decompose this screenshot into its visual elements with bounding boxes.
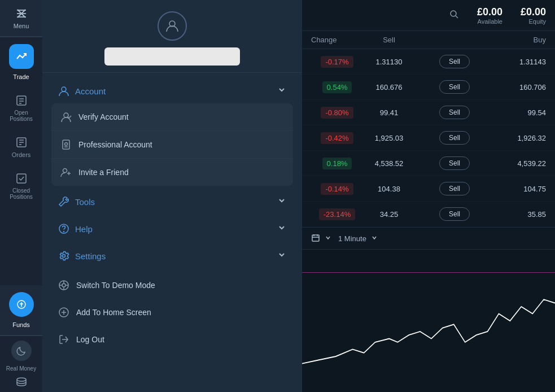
help-section-header[interactable]: Help	[51, 217, 293, 240]
invite-friend-label: Invite a Friend	[78, 168, 129, 177]
settings-chevron-icon	[277, 250, 286, 262]
help-section: Help	[51, 217, 293, 240]
buy-price: 1.31143	[494, 58, 546, 66]
sidebar-item-funds[interactable]: Funds	[0, 285, 42, 336]
sell-button[interactable]: Sell	[439, 106, 470, 119]
sell-btn-cell: Sell	[415, 55, 494, 68]
change-cell: -0.17%	[311, 58, 363, 66]
stack-icon[interactable]	[12, 374, 30, 392]
sidebar-item-open-positions[interactable]: Open Positions	[0, 87, 42, 129]
sell-button[interactable]: Sell	[439, 182, 470, 195]
sidebar-open-positions-label: Open Positions	[2, 110, 40, 122]
professional-account-item[interactable]: Professional Account	[51, 131, 293, 159]
username-bar	[104, 47, 240, 66]
tools-label: Tools	[75, 197, 95, 207]
add-home-label: Add To Home Screen	[76, 308, 151, 317]
available-label: Available	[478, 18, 502, 25]
sidebar: Menu Trade Open Positions	[0, 0, 42, 392]
sell-button[interactable]: Sell	[439, 156, 470, 170]
help-label: Help	[75, 224, 93, 234]
svg-point-15	[17, 378, 26, 381]
verify-account-item[interactable]: Verify Account	[51, 103, 293, 131]
sell-price: 4,538.52	[363, 159, 415, 168]
buy-price: 160.706	[494, 83, 546, 92]
log-out-item[interactable]: Log Out	[51, 326, 293, 353]
sell-price: 160.676	[363, 83, 415, 92]
svg-line-35	[456, 16, 458, 18]
search-button[interactable]	[449, 9, 459, 21]
sell-btn-cell: Sell	[415, 207, 494, 221]
sell-btn-cell: Sell	[415, 80, 494, 94]
verify-account-label: Verify Account	[78, 112, 129, 121]
sidebar-trade-label: Trade	[13, 73, 29, 80]
table-row: -0.80% 99.41 Sell 99.54	[302, 100, 555, 125]
main-header: £0.00 Available £0.00 Equity	[302, 0, 555, 31]
timeframe-chevron[interactable]	[371, 234, 378, 243]
change-cell: -0.80%	[311, 108, 363, 117]
sidebar-item-orders[interactable]: Orders	[0, 129, 42, 165]
sell-price: 99.41	[363, 108, 415, 117]
col-sell: Sell	[363, 36, 415, 44]
svg-point-22	[63, 169, 67, 173]
svg-rect-19	[63, 140, 69, 149]
account-section-header[interactable]: Account	[51, 80, 293, 102]
settings-label: Settings	[75, 251, 106, 261]
sell-price: 104.38	[363, 185, 415, 193]
sell-button[interactable]: Sell	[439, 207, 470, 221]
table-row: 0.54% 160.676 Sell 160.706	[302, 75, 555, 100]
svg-point-18	[64, 113, 68, 117]
log-out-label: Log Out	[76, 335, 104, 344]
dark-mode-toggle[interactable]	[11, 341, 32, 361]
settings-section-header[interactable]: Settings	[51, 245, 293, 267]
table-row: -0.17% 1.31130 Sell 1.31143	[302, 49, 555, 75]
sell-button[interactable]: Sell	[439, 80, 470, 94]
avatar	[158, 11, 187, 41]
calendar-icon[interactable]	[311, 233, 320, 244]
help-chevron-icon	[277, 223, 286, 234]
tools-chevron-icon	[277, 196, 286, 207]
buy-price: 4,539.22	[494, 159, 546, 168]
sidebar-item-trade[interactable]: Trade	[0, 37, 42, 87]
professional-account-label: Professional Account	[78, 140, 152, 149]
available-amount: £0.00	[477, 6, 502, 18]
switch-demo-item[interactable]: Switch To Demo Mode	[51, 272, 293, 299]
sidebar-menu-label: Menu	[14, 23, 29, 29]
chart-price-line	[302, 272, 555, 273]
table-row: 0.18% 4,538.52 Sell 4,539.22	[302, 151, 555, 176]
table-row: -0.42% 1,925.03 Sell 1,926.32	[302, 125, 555, 151]
table-row: -23.14% 34.25 Sell 35.85	[302, 202, 555, 227]
col-buy: Buy	[494, 36, 546, 44]
account-chevron-icon	[277, 85, 286, 97]
sidebar-funds-label: Funds	[12, 321, 30, 328]
change-cell: 0.54%	[311, 83, 363, 92]
account-section-label: Account	[75, 86, 106, 96]
svg-point-29	[62, 284, 65, 287]
sidebar-item-closed-positions[interactable]: Closed Positions	[0, 165, 42, 207]
sell-btn-cell: Sell	[415, 131, 494, 145]
chart-controls: 1 Minute	[302, 227, 555, 250]
table-body: -0.17% 1.31130 Sell 1.31143 0.54% 160.67…	[302, 49, 555, 227]
real-money-label: Real Money	[6, 365, 36, 372]
settings-section: Settings	[51, 245, 293, 267]
change-cell: -0.42%	[311, 134, 363, 142]
tools-section-header[interactable]: Tools	[51, 190, 293, 213]
svg-point-17	[62, 87, 66, 92]
svg-point-26	[64, 232, 64, 232]
timeframe-label: 1 Minute	[338, 234, 366, 243]
change-cell: -23.14%	[311, 210, 363, 219]
sell-button[interactable]: Sell	[439, 131, 470, 145]
sidebar-item-menu[interactable]: Menu	[0, 0, 42, 37]
sell-button[interactable]: Sell	[439, 55, 470, 68]
svg-point-27	[63, 255, 65, 258]
sidebar-closed-positions-label: Closed Positions	[2, 188, 40, 200]
switch-demo-label: Switch To Demo Mode	[76, 281, 155, 290]
svg-point-20	[65, 143, 68, 146]
invite-friend-item[interactable]: Invite a Friend	[51, 159, 293, 186]
svg-point-34	[451, 11, 456, 16]
equity-balance: £0.00 Equity	[521, 6, 546, 25]
add-home-item[interactable]: Add To Home Screen	[51, 299, 293, 326]
calendar-chevron[interactable]	[325, 234, 331, 243]
menu-header	[42, 0, 302, 73]
sell-price: 1,925.03	[363, 134, 415, 142]
sell-price: 34.25	[363, 210, 415, 219]
